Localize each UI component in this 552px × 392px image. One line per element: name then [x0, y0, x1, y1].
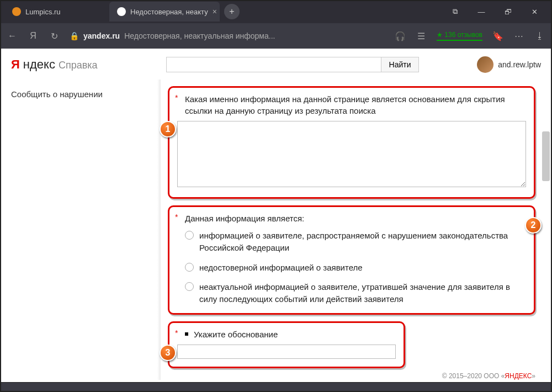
- url-display[interactable]: 🔒 yandex.ru Недостоверная, неактуальная …: [70, 31, 275, 40]
- window-close-button[interactable]: ✕: [521, 0, 548, 23]
- user-name: and.rew.lptw: [498, 60, 541, 69]
- radio-option-1[interactable]: информацией о заявителе, распространяемо…: [185, 230, 526, 254]
- form-block-justification: 3 * Укажите обоснование: [168, 321, 405, 368]
- window-maximize-button[interactable]: 🗗: [495, 0, 521, 23]
- sidebar-item-report[interactable]: Сообщить о нарушении: [11, 89, 151, 99]
- bullet-icon: [185, 332, 188, 336]
- radio-icon: [185, 263, 194, 272]
- avatar: [477, 56, 493, 73]
- form-content: 1 * Какая именно информация на данной ст…: [161, 80, 551, 380]
- scrollbar-thumb[interactable]: [542, 131, 550, 181]
- address-bar: ← Я ↻ 🔒 yandex.ru Недостоверная, неактуа…: [0, 23, 552, 49]
- tab-title: Lumpics.ru: [25, 8, 61, 16]
- radio-option-2[interactable]: недостоверной информацией о заявителе: [185, 262, 526, 274]
- yandex-home-icon[interactable]: Я: [28, 31, 39, 41]
- form-block-reason: 1 * Какая именно информация на данной ст…: [168, 86, 535, 199]
- search-input[interactable]: [166, 57, 381, 72]
- reader-icon[interactable]: ☰: [416, 31, 427, 41]
- question-3-label: Укажите обоснование: [177, 329, 396, 340]
- reload-icon[interactable]: ↻: [49, 31, 60, 41]
- tab-active[interactable]: Недостоверная, неакту ×: [109, 2, 220, 22]
- annotation-marker-1: 1: [160, 121, 176, 137]
- sidebar: Сообщить о нарушении: [1, 80, 161, 380]
- yandex-logo[interactable]: Яндекс Справка: [11, 57, 98, 72]
- tab-title: Недостоверная, неакту: [130, 8, 208, 16]
- form-block-type: 2 * Данная информация является: информац…: [168, 205, 535, 315]
- back-icon[interactable]: ←: [7, 31, 18, 41]
- window-minimize-button[interactable]: —: [468, 0, 495, 23]
- required-asterisk: *: [175, 93, 178, 102]
- new-tab-button[interactable]: +: [224, 4, 240, 19]
- search-button[interactable]: Найти: [381, 57, 420, 72]
- page-header: Яндекс Справка Найти and.rew.lptw: [1, 49, 551, 80]
- url-path: Недостоверная, неактуальная информа...: [124, 31, 275, 40]
- favicon-icon: [117, 7, 126, 16]
- annotation-marker-2: 2: [525, 217, 542, 234]
- justification-field[interactable]: [177, 345, 396, 359]
- footer-yandex-link[interactable]: ЯНДЕКС: [505, 372, 532, 380]
- reviews-badge[interactable]: ★136 отзывов: [437, 31, 482, 41]
- tab-bar: Lumpics.ru Недостоверная, неакту × + ⧉ —…: [0, 0, 552, 23]
- question-1-label: Какая именно информация на данной страни…: [177, 93, 526, 116]
- favicon-icon: [12, 7, 21, 16]
- menu-icon[interactable]: ⋯: [513, 31, 524, 41]
- footer-copyright: © 2015–2020 ООО «ЯНДЕКС»: [442, 372, 535, 380]
- question-2-label: Данная информация является:: [177, 213, 526, 224]
- required-asterisk: *: [175, 329, 178, 337]
- annotation-marker-3: 3: [160, 345, 176, 361]
- reason-textarea[interactable]: [177, 121, 526, 187]
- url-domain: yandex.ru: [83, 31, 120, 40]
- tab-lumpics[interactable]: Lumpics.ru: [4, 2, 109, 22]
- collapse-sidebar-icon[interactable]: ⧉: [442, 0, 468, 23]
- headphones-icon[interactable]: 🎧: [395, 31, 406, 41]
- radio-icon: [185, 231, 194, 240]
- browser-status-bar: [0, 382, 552, 392]
- required-asterisk: *: [175, 213, 178, 221]
- download-icon[interactable]: ⭳: [534, 31, 545, 41]
- lock-icon: 🔒: [70, 31, 79, 40]
- user-account[interactable]: and.rew.lptw: [477, 56, 541, 73]
- radio-icon: [185, 282, 194, 291]
- bookmark-icon[interactable]: 🔖: [492, 31, 503, 41]
- tab-close-icon[interactable]: ×: [213, 7, 217, 16]
- radio-option-3[interactable]: неактуальной информацией о заявителе, ут…: [185, 281, 526, 305]
